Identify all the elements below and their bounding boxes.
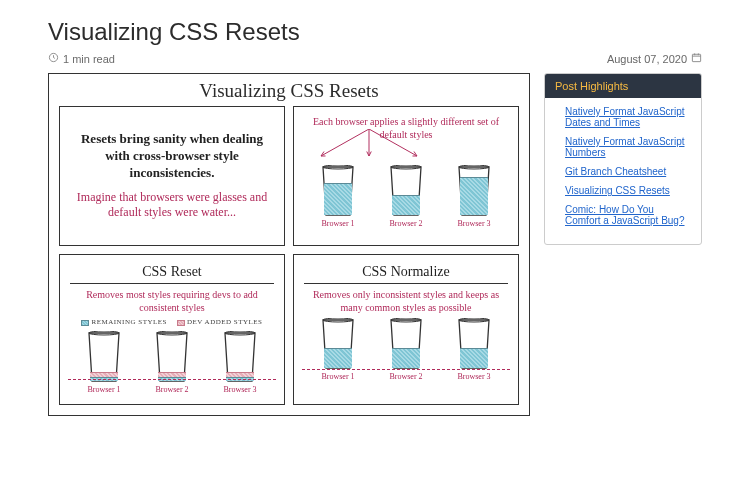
- intro-sub: Imagine that browsers were glasses and d…: [76, 190, 268, 221]
- read-time: 1 min read: [63, 53, 115, 65]
- calendar-icon: [691, 52, 702, 65]
- illustration-frame: Visualizing CSS Resets Resets bring sani…: [48, 73, 530, 416]
- clock-icon: [48, 52, 59, 65]
- glass-icon: [320, 318, 356, 370]
- sidebar-link[interactable]: Natively Format JavaScript Numbers: [565, 136, 684, 158]
- browsers-desc: Each browser applies a slightly differen…: [304, 115, 508, 141]
- sidebar: Post Highlights Natively Format JavaScri…: [544, 73, 702, 245]
- glass-icon: [154, 331, 190, 383]
- glass-icon: [388, 165, 424, 217]
- glass-label: Browser 1: [321, 219, 354, 229]
- reset-heading: CSS Reset: [70, 263, 274, 284]
- glass-label: Browser 2: [389, 219, 422, 229]
- reset-desc: Removes most styles requiring devs to ad…: [70, 288, 274, 314]
- sidebar-item: Visualizing CSS Resets: [565, 185, 691, 196]
- normalize-heading: CSS Normalize: [304, 263, 508, 284]
- glass-label: Browser 2: [155, 385, 188, 395]
- sidebar-list: Natively Format JavaScript Dates and Tim…: [545, 98, 701, 244]
- publish-date: August 07, 2020: [607, 53, 687, 65]
- glass-label: Browser 3: [223, 385, 256, 395]
- panel-browsers: Each browser applies a slightly differen…: [293, 106, 519, 246]
- glass-icon: [456, 318, 492, 370]
- sidebar-title: Post Highlights: [545, 74, 701, 98]
- sidebar-item: Comic: How Do You Comfort a JavaScript B…: [565, 204, 691, 226]
- panel-reset: CSS Reset Removes most styles requiring …: [59, 254, 285, 405]
- glass-icon: [86, 331, 122, 383]
- glass-label: Browser 3: [457, 372, 490, 382]
- panel-intro: Resets bring sanity when dealing with cr…: [59, 106, 285, 246]
- reset-legend: REMAINING STYLESDEV ADDED STYLES: [70, 318, 274, 327]
- glass-label: Browser 1: [87, 385, 120, 395]
- sidebar-item: Natively Format JavaScript Dates and Tim…: [565, 106, 691, 128]
- glass-icon: [388, 318, 424, 370]
- sidebar-link[interactable]: Visualizing CSS Resets: [565, 185, 670, 196]
- glass-label: Browser 1: [321, 372, 354, 382]
- sidebar-item: Natively Format JavaScript Numbers: [565, 136, 691, 158]
- panel-normalize: CSS Normalize Removes only inconsistent …: [293, 254, 519, 405]
- sidebar-item: Git Branch Cheatsheet: [565, 166, 691, 177]
- intro-lead: Resets bring sanity when dealing with cr…: [76, 131, 268, 182]
- illustration-title: Visualizing CSS Resets: [59, 80, 519, 102]
- svg-rect-2: [692, 54, 700, 61]
- glass-icon: [320, 165, 356, 217]
- glass-icon: [222, 331, 258, 383]
- sidebar-link[interactable]: Comic: How Do You Comfort a JavaScript B…: [565, 204, 685, 226]
- sidebar-link[interactable]: Natively Format JavaScript Dates and Tim…: [565, 106, 684, 128]
- glass-icon: [456, 165, 492, 217]
- sidebar-link[interactable]: Git Branch Cheatsheet: [565, 166, 666, 177]
- normalize-desc: Removes only inconsistent styles and kee…: [304, 288, 508, 314]
- glass-label: Browser 3: [457, 219, 490, 229]
- glass-label: Browser 2: [389, 372, 422, 382]
- page-title: Visualizing CSS Resets: [48, 18, 702, 46]
